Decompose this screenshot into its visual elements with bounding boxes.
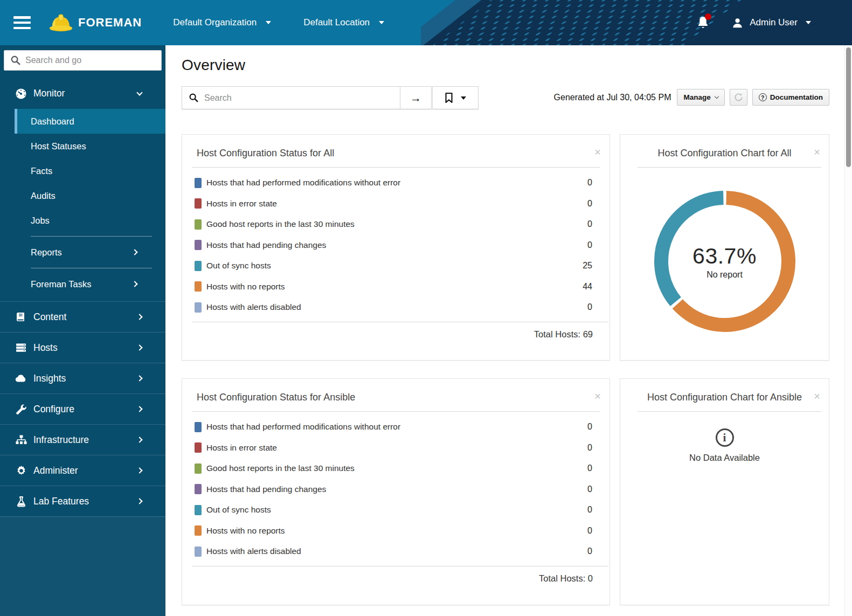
nav-toggle-button[interactable] [13, 16, 31, 29]
sidebar-search [4, 50, 162, 71]
sidebar-item-content[interactable]: Content [0, 301, 165, 332]
sidebar-search-input[interactable] [4, 50, 162, 71]
status-row[interactable]: Out of sync hosts25 [182, 255, 609, 276]
status-row[interactable]: Hosts with alerts disabled0 [182, 297, 609, 318]
close-icon[interactable]: × [594, 391, 601, 402]
status-row[interactable]: Hosts that had pending changes0 [182, 479, 609, 500]
refresh-button[interactable] [730, 89, 747, 106]
sidebar-subitem-reports[interactable]: Reports [15, 240, 165, 265]
generated-at-text: Generated at Jul 30, 04:05 PM [554, 93, 671, 102]
search-submit-button[interactable]: → [400, 86, 432, 109]
subnav-divider [31, 268, 152, 268]
caret-down-icon [379, 21, 384, 24]
status-swatch [195, 422, 202, 432]
scrollbar-thumb[interactable] [846, 47, 851, 167]
donut-chart[interactable]: 63.7% No report [649, 186, 800, 337]
close-icon[interactable]: × [594, 147, 601, 157]
search-icon [10, 55, 20, 65]
sidebar-subitem-foreman-tasks[interactable]: Foreman Tasks [15, 272, 165, 296]
sidebar-subitem-audits[interactable]: Audits [15, 183, 165, 208]
toolbar: → Generated at Jul 30, 04:05 PM Manage ?… [182, 86, 829, 109]
status-swatch [195, 178, 202, 188]
chevron-right-icon [136, 314, 142, 320]
masthead: FOREMAN Default Organization Default Loc… [0, 0, 852, 45]
page-title: Overview [182, 57, 844, 74]
donut-center-value: 63.7% [692, 244, 757, 269]
sidebar-item-label: Hosts [33, 342, 58, 354]
status-swatch [195, 546, 202, 557]
sidebar-item-label: Administer [33, 465, 78, 476]
status-swatch [195, 302, 202, 313]
infrastructure-icon [15, 434, 27, 445]
sidebar-item-monitor[interactable]: Monitor [0, 78, 165, 109]
sidebar-item-configure[interactable]: Configure [0, 393, 165, 424]
caret-down-icon [806, 21, 811, 24]
status-row[interactable]: Hosts with no reports44 [182, 276, 609, 297]
status-swatch [195, 463, 202, 474]
monitor-subnav: Dashboard Host Statuses Facts Audits Job… [15, 109, 165, 296]
notification-dot [705, 13, 711, 20]
lab-features-icon [15, 496, 27, 507]
card-title: Host Configuration Status for Ansible [197, 392, 355, 403]
monitor-icon [15, 88, 27, 100]
refresh-icon [734, 93, 743, 102]
status-row[interactable]: Hosts with alerts disabled0 [182, 541, 609, 562]
status-swatch [195, 442, 202, 453]
brand-logo[interactable]: FOREMAN [49, 12, 142, 33]
status-row[interactable]: Out of sync hosts0 [182, 500, 609, 521]
sidebar-subitem-facts[interactable]: Facts [15, 158, 165, 183]
sidebar-item-infrastructure[interactable]: Infrastructure [0, 424, 165, 455]
user-menu[interactable]: Admin User [731, 17, 811, 29]
status-row[interactable]: Hosts in error state0 [182, 438, 609, 459]
sidebar-subitem-jobs[interactable]: Jobs [15, 208, 165, 233]
page-scrollbar[interactable] [844, 45, 852, 616]
user-icon [731, 17, 744, 29]
location-selector[interactable]: Default Location [303, 17, 384, 28]
sidebar-subitem-dashboard[interactable]: Dashboard [15, 109, 165, 134]
status-row[interactable]: Hosts with no reports0 [182, 521, 609, 542]
sidebar-item-insights[interactable]: Insights [0, 363, 165, 393]
search-input[interactable] [182, 86, 400, 109]
status-row[interactable]: Hosts that had pending changes0 [182, 235, 609, 256]
total-hosts: Total Hosts: 0 [182, 566, 609, 584]
card-host-config-chart-all: Host Configuration Chart for All × 63.7%… [620, 134, 829, 361]
documentation-button[interactable]: ? Documentation [752, 89, 829, 106]
content-icon [15, 312, 27, 322]
hamburger-icon [13, 16, 31, 19]
sidebar-item-label: Content [33, 312, 66, 323]
card-host-config-status-ansible: Host Configuration Status for Ansible × … [182, 378, 610, 605]
status-swatch [195, 484, 202, 494]
status-swatch [195, 198, 202, 209]
organization-selector[interactable]: Default Organization [173, 17, 271, 28]
notifications-button[interactable] [696, 16, 710, 30]
chevron-down-icon [136, 89, 142, 95]
donut-center-label: No report [706, 270, 743, 280]
sidebar-footer [0, 516, 165, 616]
status-swatch [195, 240, 202, 250]
manage-dropdown-button[interactable]: Manage [677, 89, 724, 106]
chevron-down-icon [714, 94, 718, 99]
chevron-right-icon [136, 467, 142, 473]
chevron-right-icon [136, 498, 142, 504]
status-row[interactable]: Good host reports in the last 30 minutes… [182, 214, 609, 235]
status-row[interactable]: Hosts that had performed modifications w… [182, 417, 609, 438]
sidebar-item-administer[interactable]: Administer [0, 455, 165, 486]
status-row[interactable]: Hosts in error state0 [182, 193, 609, 214]
close-icon[interactable]: × [814, 147, 820, 157]
question-circle-icon: ? [759, 93, 767, 101]
search-bar: → [182, 86, 479, 109]
status-swatch [195, 505, 202, 515]
card-host-config-chart-ansible: Host Configuration Chart for Ansible × i… [620, 378, 829, 605]
sidebar-subitem-host-statuses[interactable]: Host Statuses [15, 134, 165, 158]
subnav-divider [31, 236, 152, 237]
bookmark-icon [445, 92, 453, 103]
sidebar-item-lab-features[interactable]: Lab Features [0, 486, 165, 516]
insights-icon [15, 373, 27, 383]
status-row[interactable]: Hosts that had performed modifications w… [182, 172, 609, 193]
card-title: Host Configuration Status for All [197, 148, 334, 159]
status-row[interactable]: Good host reports in the last 30 minutes… [182, 458, 609, 479]
sidebar-item-hosts[interactable]: Hosts [0, 332, 165, 363]
chevron-right-icon [136, 406, 142, 412]
close-icon[interactable]: × [814, 391, 820, 402]
bookmark-dropdown-button[interactable] [432, 86, 479, 109]
